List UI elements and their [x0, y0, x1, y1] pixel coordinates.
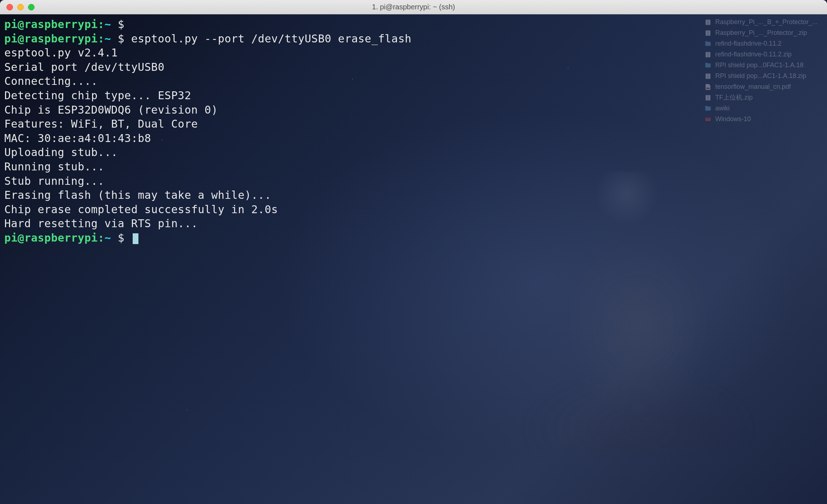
output-line: Detecting chip type... ESP32 — [4, 88, 823, 103]
prompt-user-host: pi@raspberrypi — [4, 18, 98, 31]
prompt-path: ~ — [104, 18, 118, 31]
output-line: Chip erase completed successfully in 2.0… — [4, 202, 823, 217]
titlebar[interactable]: 1. pi@raspberrypi: ~ (ssh) — [0, 0, 827, 14]
command-text: esptool.py --port /dev/ttyUSB0 erase_fla… — [131, 32, 412, 45]
output-text: Erasing flash (this may take a while)... — [4, 189, 271, 201]
output-text: Connecting.... — [4, 75, 98, 87]
output-line: Chip is ESP32D0WDQ6 (revision 0) — [4, 103, 823, 117]
output-text: MAC: 30:ae:a4:01:43:b8 — [4, 132, 151, 145]
output-line: Erasing flash (this may take a while)... — [4, 188, 823, 202]
output-text: Features: WiFi, BT, Dual Core — [4, 118, 198, 130]
output-text: Hard resetting via RTS pin... — [4, 217, 198, 230]
prompt-separator: : — [98, 232, 105, 244]
output-text: Running stub... — [4, 160, 104, 173]
output-line: Stub running... — [4, 174, 823, 188]
prompt-user-host: pi@raspberrypi — [4, 232, 98, 244]
output-text: Stub running... — [4, 175, 104, 187]
prompt-line: pi@raspberrypi:~ $ — [4, 231, 823, 245]
output-line: Running stub... — [4, 160, 823, 174]
output-text: Chip erase completed successfully in 2.0… — [4, 203, 278, 216]
output-line: Connecting.... — [4, 74, 823, 88]
output-line: Hard resetting via RTS pin... — [4, 216, 823, 231]
prompt-path: ~ — [104, 232, 118, 244]
output-line: Uploading stub... — [4, 145, 823, 160]
prompt-path: ~ — [104, 32, 118, 45]
output-text: Serial port /dev/ttyUSB0 — [4, 61, 164, 73]
prompt-symbol: $ — [118, 232, 131, 244]
output-line: Serial port /dev/ttyUSB0 — [4, 60, 823, 74]
prompt-symbol: $ — [118, 32, 131, 45]
traffic-lights — [6, 4, 35, 10]
terminal-body[interactable]: Raspberry_Pi_..._B_+_Protector_...Raspbe… — [0, 14, 827, 504]
prompt-line: pi@raspberrypi:~ $ — [4, 17, 823, 32]
terminal-window: 1. pi@raspberrypi: ~ (ssh) Raspberry_Pi_… — [0, 0, 827, 504]
output-text: Detecting chip type... ESP32 — [4, 89, 191, 102]
minimize-button[interactable] — [17, 4, 24, 10]
prompt-user-host: pi@raspberrypi — [4, 32, 98, 45]
cursor — [133, 233, 138, 244]
prompt-symbol: $ — [118, 18, 131, 31]
prompt-line: pi@raspberrypi:~ $ esptool.py --port /de… — [4, 32, 823, 46]
output-line: Features: WiFi, BT, Dual Core — [4, 117, 823, 131]
output-line: esptool.py v2.4.1 — [4, 46, 823, 60]
prompt-separator: : — [98, 18, 105, 31]
output-line: MAC: 30:ae:a4:01:43:b8 — [4, 131, 823, 146]
terminal-output-area[interactable]: pi@raspberrypi:~ $ pi@raspberrypi:~ $ es… — [4, 17, 823, 245]
output-text: Uploading stub... — [4, 146, 118, 159]
close-button[interactable] — [6, 4, 13, 10]
output-text: esptool.py v2.4.1 — [4, 46, 118, 59]
window-title: 1. pi@raspberrypi: ~ (ssh) — [372, 3, 455, 11]
output-text: Chip is ESP32D0WDQ6 (revision 0) — [4, 104, 218, 116]
maximize-button[interactable] — [28, 4, 35, 10]
prompt-separator: : — [98, 32, 105, 45]
